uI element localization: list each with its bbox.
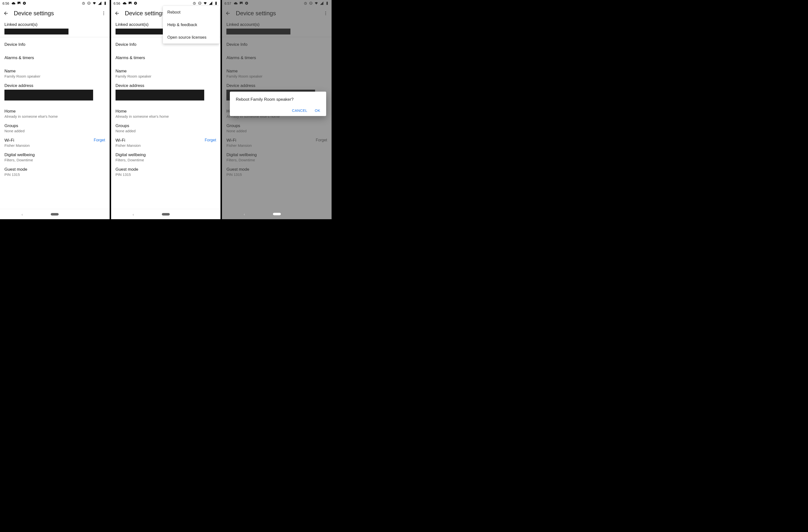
status-bar: 6:56 [0, 0, 110, 6]
alarm-icon [192, 1, 196, 6]
wifi-value: Fisher Mansion [115, 143, 141, 148]
groups-value: None added [115, 129, 216, 133]
dnd-icon [198, 1, 202, 6]
status-bar: 6:56 [111, 0, 221, 6]
menu-item-help-feedback[interactable]: Help & feedback [163, 18, 220, 31]
device-address-row[interactable]: Device address [111, 81, 221, 103]
settings-list: Linked account(s) Device Info Alarms & t… [0, 20, 110, 196]
alarm-icon [81, 1, 86, 6]
alarms-row[interactable]: Alarms & timers [0, 53, 110, 63]
disc-icon [133, 1, 137, 6]
wifi-label: Wi-Fi [115, 138, 141, 143]
back-button[interactable] [114, 10, 120, 16]
guest-mode-value: PIN 1315 [4, 172, 105, 177]
device-info-row[interactable]: Device Info [0, 37, 110, 50]
wifi-forget-button[interactable]: Forget [94, 138, 105, 142]
battery-icon [214, 1, 218, 6]
nav-back-icon[interactable] [21, 213, 24, 216]
screen-3: 6:57 Device settings Linked account(s) D… [222, 0, 333, 219]
alarms-row[interactable]: Alarms & timers [111, 53, 221, 63]
groups-label: Groups [115, 123, 216, 128]
name-value: Family Room speaker [115, 74, 216, 78]
wifi-forget-button[interactable]: Forget [205, 138, 216, 142]
svg-rect-4 [105, 2, 106, 5]
digital-wellbeing-row[interactable]: Digital wellbeing Filters, Downtime [111, 150, 221, 165]
reboot-dialog: Reboot Family Room speaker? CANCEL OK [230, 92, 326, 116]
wifi-icon [203, 1, 207, 6]
image-icon [17, 1, 21, 6]
wifi-icon [92, 1, 96, 6]
guest-mode-label: Guest mode [115, 167, 216, 172]
home-row[interactable]: Home Already in someone else's home [0, 106, 110, 121]
image-icon [128, 1, 132, 6]
groups-value: None added [4, 129, 105, 133]
cloud-icon [123, 1, 127, 6]
guest-mode-label: Guest mode [4, 167, 105, 172]
digital-wellbeing-row[interactable]: Digital wellbeing Filters, Downtime [0, 150, 110, 165]
wifi-label: Wi-Fi [4, 138, 30, 143]
guest-mode-row[interactable]: Guest mode PIN 1315 [111, 165, 221, 179]
app-header: Device settings [0, 6, 110, 20]
screen-2: 6:56 Device settings Linked account(s) D… [111, 0, 222, 219]
alarms-label: Alarms & timers [4, 55, 105, 60]
disc-icon [22, 1, 26, 6]
digital-wellbeing-value: Filters, Downtime [115, 158, 216, 162]
device-address-row[interactable]: Device address [0, 81, 110, 103]
dnd-icon [87, 1, 91, 6]
linked-accounts-redacted [4, 29, 69, 35]
nav-bar [222, 209, 332, 219]
name-value: Family Room speaker [4, 74, 105, 78]
wifi-row[interactable]: Wi-Fi Fisher Mansion Forget [0, 135, 110, 150]
groups-row[interactable]: Groups None added [111, 121, 221, 135]
back-button[interactable] [3, 10, 9, 16]
device-address-redacted [115, 90, 204, 100]
home-value: Already in someone else's home [4, 114, 105, 118]
linked-accounts-row[interactable]: Linked account(s) [0, 20, 110, 37]
menu-item-reboot[interactable]: Reboot [163, 6, 220, 18]
screen-1: 6:56 Device settings Linked account(s) D… [0, 0, 111, 219]
status-time: 6:56 [2, 1, 9, 5]
nav-home-pill[interactable] [162, 213, 170, 216]
nav-home-pill[interactable] [273, 213, 281, 215]
digital-wellbeing-label: Digital wellbeing [115, 152, 216, 158]
svg-point-7 [103, 13, 104, 14]
groups-row[interactable]: Groups None added [0, 121, 110, 135]
alarms-label: Alarms & timers [115, 55, 216, 60]
overflow-menu-button[interactable] [101, 10, 107, 16]
nav-back-icon[interactable] [132, 213, 135, 216]
digital-wellbeing-value: Filters, Downtime [4, 158, 105, 162]
device-info-label: Device Info [4, 42, 105, 47]
status-time: 6:56 [114, 1, 120, 5]
guest-mode-value: PIN 1315 [115, 172, 216, 177]
home-label: Home [115, 109, 216, 114]
name-row[interactable]: Name Family Room speaker [111, 66, 221, 81]
svg-point-1 [24, 3, 25, 4]
wifi-value: Fisher Mansion [4, 143, 30, 148]
nav-home-pill[interactable] [51, 213, 59, 216]
settings-list: Linked account(s) Device Info Alarms & t… [111, 20, 221, 196]
battery-icon [103, 1, 107, 6]
name-row[interactable]: Name Family Room speaker [0, 66, 110, 81]
name-label: Name [115, 69, 216, 74]
digital-wellbeing-label: Digital wellbeing [4, 152, 105, 158]
nav-back-icon[interactable] [243, 213, 246, 216]
device-address-label: Device address [115, 83, 216, 88]
guest-mode-row[interactable]: Guest mode PIN 1315 [0, 165, 110, 179]
nav-bar [111, 209, 221, 219]
dialog-cancel-button[interactable]: CANCEL [292, 108, 308, 113]
device-address-label: Device address [4, 83, 105, 88]
svg-rect-5 [105, 1, 106, 2]
wifi-row[interactable]: Wi-Fi Fisher Mansion Forget [111, 135, 221, 150]
home-row[interactable]: Home Already in someone else's home [111, 106, 221, 121]
device-address-redacted [4, 90, 93, 100]
svg-point-8 [103, 14, 104, 15]
svg-rect-13 [216, 2, 217, 5]
cell-icon [98, 1, 102, 6]
groups-label: Groups [4, 123, 105, 128]
menu-item-open-source-licenses[interactable]: Open source licenses [163, 31, 220, 43]
cloud-icon [12, 1, 16, 6]
home-label: Home [4, 109, 105, 114]
dialog-ok-button[interactable]: OK [315, 108, 320, 113]
overflow-menu: Reboot Help & feedback Open source licen… [163, 6, 220, 43]
nav-bar [0, 209, 110, 219]
